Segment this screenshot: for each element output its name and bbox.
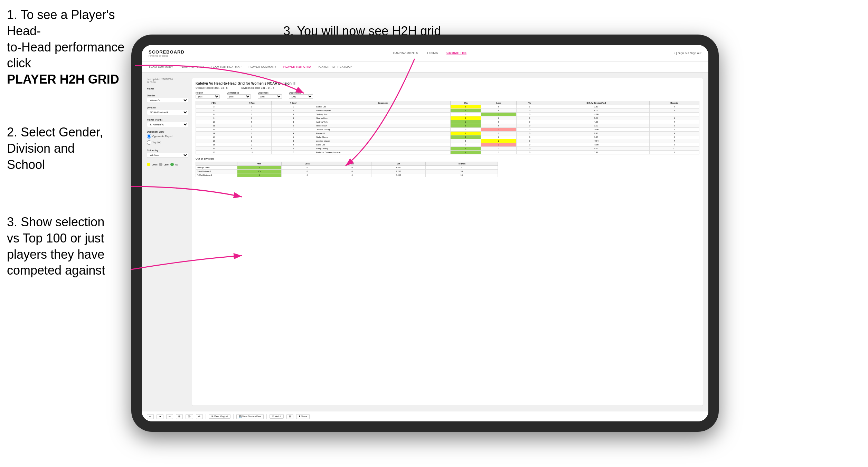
ood-team-col: [196, 162, 237, 166]
gender-select[interactable]: Women's: [147, 98, 188, 103]
table-row: 2: [650, 143, 699, 147]
table-row: 2: [650, 128, 699, 132]
table-row: 0.30: [543, 147, 649, 151]
grid-title: Katelyn Vo Head-to-Head Grid for Women's…: [196, 82, 699, 85]
table-row: [650, 113, 699, 116]
table-row: 1: [481, 147, 517, 151]
table-row: 13: [196, 128, 232, 132]
table-row: 0: [481, 109, 517, 113]
table-row: 2: [272, 143, 315, 147]
table-row: 0: [517, 128, 543, 132]
nav-tournaments[interactable]: TOURNAMENTS: [393, 51, 418, 55]
table-row: 11: [196, 124, 232, 128]
view-original-button[interactable]: 👁 View: Original: [209, 414, 230, 419]
save-custom-view-button[interactable]: 💾 Save Custom View: [236, 414, 264, 419]
redo-button[interactable]: ↪: [157, 414, 163, 419]
undo-button[interactable]: ↩: [147, 414, 154, 419]
radio-top100[interactable]: [147, 140, 151, 145]
ood-win-col: Win: [237, 162, 282, 166]
division-select[interactable]: NCAA Division III: [147, 110, 188, 115]
opponents-select[interactable]: (All): [289, 94, 313, 99]
ood-loss-col: Loss: [281, 162, 333, 166]
player-rank-select[interactable]: 8. Katelyn Vo: [147, 122, 188, 127]
table-row: 4: [272, 116, 315, 120]
table-row: 6: [650, 151, 699, 154]
nav-committee[interactable]: COMMITTEE: [446, 51, 467, 55]
table-row: 1: [451, 135, 481, 139]
table-row: 6: [232, 120, 271, 124]
list-item: NAIA Division 1: [196, 170, 237, 173]
legend-level-label: Level: [164, 163, 169, 166]
list-item: NCAA Division 2: [196, 173, 237, 177]
undo2-button[interactable]: ↩: [166, 414, 173, 419]
opponent-select[interactable]: (All): [258, 94, 282, 99]
conference-select[interactable]: (All): [227, 94, 251, 99]
table-row: Andrea York: [315, 120, 450, 124]
subnav-team-h2h-heatmap[interactable]: TEAM H2H HEATMAP: [211, 65, 242, 68]
table-row: 0: [451, 143, 481, 147]
legend-down-dot: [147, 163, 150, 166]
nav-teams[interactable]: TEAMS: [426, 51, 438, 55]
instruction-top-left: 1. To see a Player's Head- to-Head perfo…: [7, 7, 145, 88]
table-row: 0: [481, 124, 517, 128]
radio-opponents-played[interactable]: [147, 134, 151, 139]
table-row: 0: [517, 124, 543, 128]
h2h-table: # Div # Reg # Conf Opponent Win Loss Tie…: [196, 101, 699, 154]
table-row: 1.50: [543, 105, 649, 109]
grid-records: Overall Record: 353 - 34 - 6 Division Re…: [196, 86, 699, 89]
colour-label: Colour by: [147, 149, 188, 152]
sign-out-label[interactable]: Sign out: [690, 51, 701, 55]
subnav-player-summary[interactable]: PLAYER SUMMARY: [248, 65, 276, 68]
table-row: 0: [517, 151, 543, 154]
table-row: 2: [451, 120, 481, 124]
table-row: Stella Cheng: [315, 135, 450, 139]
refresh-button[interactable]: ⟳: [196, 414, 203, 419]
brand-title: SCOREBOARD: [149, 49, 185, 55]
table-row: -5.00: [543, 143, 649, 147]
sidebar: Last Updated: 27/03/2024 16:55:38 Player…: [147, 78, 188, 406]
sign-out-button[interactable]: Sign out: [678, 51, 689, 55]
subnav-team-summary[interactable]: TEAM SUMMARY: [149, 65, 173, 68]
main-content: Last Updated: 27/03/2024 16:55:38 Player…: [142, 73, 708, 411]
list-item: 9.267: [371, 170, 426, 173]
subnav-player-h2h-heatmap[interactable]: PLAYER H2H HEATMAP: [318, 65, 352, 68]
table-row: 4: [650, 105, 699, 109]
table-row: 1: [232, 116, 271, 120]
list-item: 30: [425, 170, 498, 173]
opponent-label: Opponent: [258, 92, 282, 94]
colour-select[interactable]: Win/loss: [147, 153, 188, 158]
overall-record: Overall Record: 353 - 34 - 6: [196, 86, 228, 89]
table-row: Euna Lee: [315, 143, 450, 147]
table-row: 0: [481, 116, 517, 120]
instruction-bot1: 3. Show selection: [7, 215, 104, 229]
table-row: 0: [517, 143, 543, 147]
table-row: 1: [232, 139, 271, 143]
region-select[interactable]: (All): [196, 94, 220, 99]
table-row: 0: [517, 109, 543, 113]
subnav-team-h2h-grid[interactable]: TEAM H2H GRID: [180, 65, 204, 68]
radio-top100-label[interactable]: Top 100: [147, 140, 188, 145]
sub-nav: TEAM SUMMARY TEAM H2H GRID TEAM H2H HEAT…: [142, 61, 708, 73]
paste-button[interactable]: ⊡·: [186, 414, 193, 419]
division-record: Division Record: 331 - 34 - 6: [242, 86, 274, 89]
table-row: Esther Lee: [315, 105, 450, 109]
list-item: 7.400: [371, 173, 426, 177]
layout-button[interactable]: ⊞: [286, 414, 293, 419]
share-button[interactable]: ⬆ Share: [296, 414, 310, 419]
table-row: 4: [650, 120, 699, 124]
table-row: 2: [481, 139, 517, 143]
table-row: 1: [451, 105, 481, 109]
toolbar-sep1: [206, 414, 206, 419]
radio-opponents-played-label[interactable]: Opponents Played: [147, 134, 188, 139]
table-row: 2: [451, 132, 481, 135]
table-row: 3: [272, 120, 315, 124]
save-icon: 💾: [239, 415, 242, 418]
table-row: 3: [232, 113, 271, 116]
copy-button[interactable]: ⊞: [176, 414, 183, 419]
subnav-player-h2h-grid[interactable]: PLAYER H2H GRID: [283, 65, 311, 68]
list-item: 1: [237, 166, 282, 170]
col-rounds: Rounds: [650, 101, 699, 105]
watch-button[interactable]: 👁 Watch: [270, 414, 284, 419]
table-row: 2: [481, 132, 517, 135]
filters-row: Region (All) Conference (All) Opponent: [196, 92, 699, 99]
